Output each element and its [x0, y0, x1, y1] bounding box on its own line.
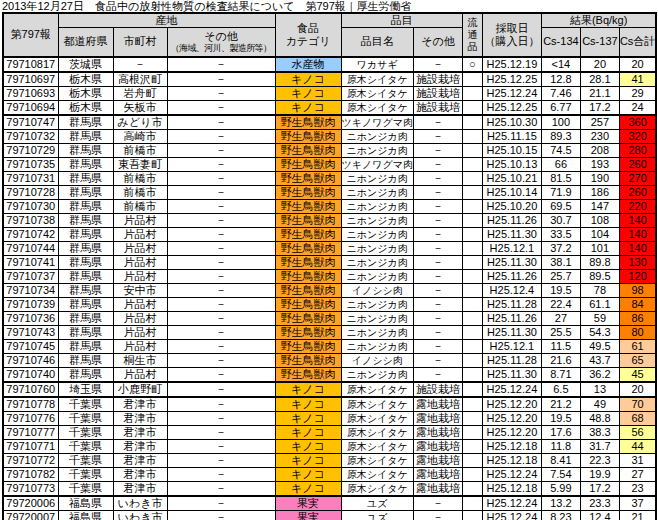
cell-cs137: 208 — [580, 143, 619, 157]
cell-item-name: ニホンジカ肉 — [341, 213, 413, 227]
cell-cs134: 6.77 — [541, 100, 580, 115]
table-row: 79710736群馬県片品村－野生鳥獣肉ニホンジカ肉－H25.11.262759… — [3, 311, 656, 325]
cell-municipality: 片品村 — [113, 213, 167, 227]
cell-cs134: 8.71 — [541, 367, 580, 382]
cell-prefecture: 埼玉県 — [58, 382, 113, 397]
cell-distribution — [462, 255, 482, 269]
cell-origin-other: － — [167, 367, 275, 382]
cell-origin-other: － — [167, 185, 275, 199]
cell-item-other: － — [413, 339, 462, 353]
cell-item-name: ニホンジカ肉 — [341, 199, 413, 213]
cell-prefecture: 茨城県 — [58, 57, 113, 72]
cell-food-category: 野生鳥獣肉 — [275, 241, 341, 255]
cell-cs134: 69.5 — [541, 199, 580, 213]
cell-item-other: 露地栽培 — [413, 397, 462, 412]
cell-item-other: 露地栽培 — [413, 411, 462, 425]
cell-item-other: 施設栽培 — [413, 72, 462, 87]
table-row: 79710737群馬県片品村－野生鳥獣肉ニホンジカ肉－H25.11.2625.7… — [3, 269, 656, 283]
cell-item-name: 原木シイタケ — [341, 86, 413, 100]
cell-origin-other: － — [167, 57, 275, 72]
cell-cs134: 8.41 — [541, 453, 580, 467]
cell-report-id: 79710735 — [3, 157, 58, 171]
cell-cs137: 13 — [580, 382, 619, 397]
cell-municipality: 君津市 — [113, 481, 167, 496]
cell-food-category: 野生鳥獣肉 — [275, 339, 341, 353]
cell-municipality: 片品村 — [113, 241, 167, 255]
cell-cs-total: 20 — [619, 382, 656, 397]
cell-municipality: 矢板市 — [113, 100, 167, 115]
cell-food-category: 果実 — [275, 510, 341, 520]
table-row: 79710739群馬県片品村－野生鳥獣肉ニホンジカ肉－H25.11.2822.4… — [3, 297, 656, 311]
cell-cs137: 17.2 — [580, 100, 619, 115]
cell-item-name: ユズ — [341, 496, 413, 511]
table-row: 79710731群馬県前橋市－野生鳥獣肉ニホンジカ肉－H25.10.2181.5… — [3, 171, 656, 185]
cell-food-category: 野生鳥獣肉 — [275, 311, 341, 325]
cell-prefecture: 群馬県 — [58, 255, 113, 269]
cell-report-id: 79710729 — [3, 143, 58, 157]
cell-origin-other: － — [167, 453, 275, 467]
cell-prefecture: 群馬県 — [58, 367, 113, 382]
cell-item-other: 施設栽培 — [413, 86, 462, 100]
cell-item-other: － — [413, 227, 462, 241]
cell-distribution — [462, 411, 482, 425]
cell-cs137: 108 — [580, 213, 619, 227]
cell-report-id: 79710738 — [3, 213, 58, 227]
cell-prefecture: 群馬県 — [58, 157, 113, 171]
cell-prefecture: 千葉県 — [58, 425, 113, 439]
cell-municipality: 片品村 — [113, 325, 167, 339]
page-title: 2013年12月27日 食品中の放射性物質の検査結果について 第797報｜厚生労… — [0, 0, 658, 12]
cell-distribution — [462, 157, 482, 171]
col-cs137: Cs-137 — [580, 28, 619, 57]
cell-cs-total: 320 — [619, 129, 656, 143]
cell-sampling-date: H25.12.24 — [482, 510, 541, 520]
col-origin-other: その他（海域、河川、製造所等） — [167, 28, 275, 57]
cell-food-category: 野生鳥獣肉 — [275, 297, 341, 311]
cell-cs134: 6.5 — [541, 382, 580, 397]
table-row: 79710782千葉県君津市－キノコ原木シイタケ露地栽培H25.12.247.5… — [3, 467, 656, 481]
cell-sampling-date: H25.12.20 — [482, 397, 541, 412]
cell-report-id: 79710746 — [3, 353, 58, 367]
cell-sampling-date: H25.11.28 — [482, 297, 541, 311]
cell-municipality: 片品村 — [113, 297, 167, 311]
cell-report-id: 79710773 — [3, 481, 58, 496]
cell-origin-other: － — [167, 86, 275, 100]
cell-cs137: 257 — [580, 115, 619, 130]
cell-origin-other: － — [167, 425, 275, 439]
cell-sampling-date: H25.12.4 — [482, 283, 541, 297]
cell-food-category: 野生鳥獣肉 — [275, 185, 341, 199]
cell-municipality: 君津市 — [113, 397, 167, 412]
table-row: 79710744群馬県片品村－野生鳥獣肉ニホンジカ肉－H25.12.137.21… — [3, 241, 656, 255]
cell-sampling-date: H25.12.24 — [482, 382, 541, 397]
cell-sampling-date: H25.12.1 — [482, 241, 541, 255]
cell-item-name: ワカサギ — [341, 57, 413, 72]
cell-municipality: 君津市 — [113, 411, 167, 425]
cell-origin-other: － — [167, 157, 275, 171]
cell-report-id: 79710777 — [3, 425, 58, 439]
cell-food-category: 野生鳥獣肉 — [275, 269, 341, 283]
cell-distribution — [462, 86, 482, 100]
cell-item-other: － — [413, 353, 462, 367]
cell-cs134: 21.2 — [541, 397, 580, 412]
table-row: 79710735群馬県東吾妻町－野生鳥獣肉ツキノワグマ肉－H25.10.1366… — [3, 157, 656, 171]
cell-distribution — [462, 339, 482, 353]
col-distribution: 流通品 — [462, 13, 482, 57]
cell-cs137: 147 — [580, 199, 619, 213]
table-row: 79710745群馬県片品村－野生鳥獣肉ニホンジカ肉－H25.12.111.54… — [3, 339, 656, 353]
cell-prefecture: 千葉県 — [58, 481, 113, 496]
cell-food-category: キノコ — [275, 72, 341, 87]
cell-cs-total: 260 — [619, 157, 656, 171]
cell-cs137: 31.7 — [580, 439, 619, 453]
cell-cs134: 21.6 — [541, 353, 580, 367]
cell-prefecture: 群馬県 — [58, 143, 113, 157]
table-row: 79720007福島県いわき市－果実ユズ－H25.12.248.2312.421 — [3, 510, 656, 520]
cell-food-category: 野生鳥獣肉 — [275, 353, 341, 367]
table-row: 79710778千葉県君津市－キノコ原木シイタケ露地栽培H25.12.2021.… — [3, 397, 656, 412]
cell-prefecture: 群馬県 — [58, 297, 113, 311]
cell-cs137: 78 — [580, 283, 619, 297]
cell-item-other: 施設栽培 — [413, 382, 462, 397]
cell-distribution — [462, 397, 482, 412]
cell-cs-total: 20 — [619, 57, 656, 72]
table-row: 79710742群馬県片品村－野生鳥獣肉ニホンジカ肉－H25.11.3033.5… — [3, 227, 656, 241]
cell-sampling-date: H25.10.30 — [482, 115, 541, 130]
table-row: 79710694栃木県矢板市－キノコ原木シイタケ施設栽培H25.12.256.7… — [3, 100, 656, 115]
